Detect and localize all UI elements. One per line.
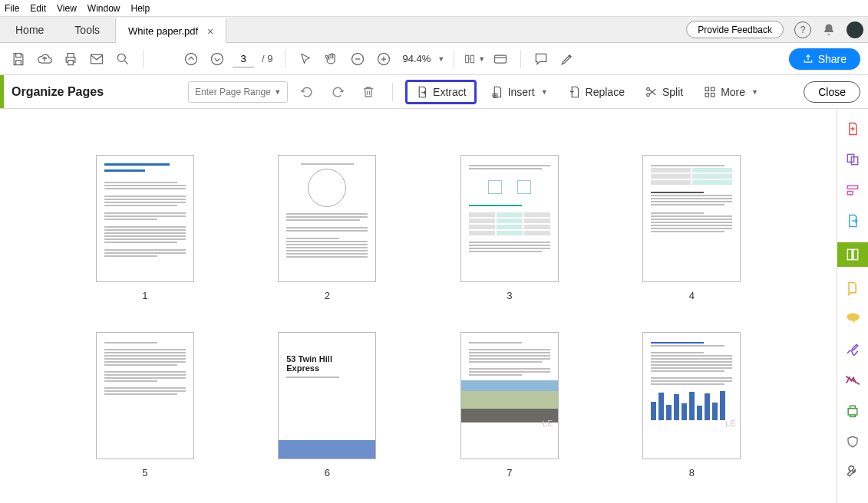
split-button[interactable]: Split [639, 82, 689, 102]
save-icon[interactable] [8, 48, 29, 70]
chevron-down-icon: ▼ [274, 88, 281, 96]
svg-rect-18 [847, 249, 852, 259]
tab-tools[interactable]: Tools [59, 17, 115, 42]
fill-sign-icon[interactable] [843, 340, 862, 359]
print-icon[interactable] [60, 48, 81, 70]
svg-rect-20 [848, 409, 857, 415]
menu-edit[interactable]: Edit [30, 3, 46, 14]
print-production-icon[interactable] [843, 402, 862, 420]
insert-button[interactable]: Insert▼ [484, 82, 554, 102]
svg-point-3 [212, 53, 223, 64]
svg-point-1 [117, 54, 125, 61]
right-tools-panel [837, 109, 868, 503]
rotate-right-icon[interactable] [326, 81, 349, 104]
chat-bubble-icon[interactable] [843, 310, 862, 328]
menu-help[interactable]: Help [131, 3, 150, 14]
page-thumbnails-area[interactable]: 1 2 3 4 5 53 Twin H [0, 109, 837, 503]
page-number-7: 7 [507, 467, 512, 478]
extract-button[interactable]: Extract [405, 80, 477, 104]
page-number-1: 1 [142, 290, 147, 301]
page6-title-line1: 53 Twin Hill [286, 354, 368, 363]
combine-files-icon[interactable] [843, 150, 862, 169]
fit-width-icon[interactable]: ▼ [464, 48, 485, 70]
page-number-input[interactable] [233, 51, 254, 67]
svg-rect-19 [853, 249, 858, 259]
replace-label: Replace [586, 86, 625, 98]
email-icon[interactable] [86, 48, 107, 70]
help-icon[interactable]: ? [794, 21, 811, 38]
page6-title-line2: Express [286, 363, 368, 373]
more-button[interactable]: More▼ [697, 82, 764, 102]
svg-rect-17 [847, 192, 853, 195]
menu-file[interactable]: File [5, 3, 19, 14]
page-range-placeholder: Enter Page Range [195, 87, 271, 97]
share-button[interactable]: Share [789, 48, 860, 70]
page-number-8: 8 [689, 467, 695, 478]
organize-pages-icon[interactable] [837, 242, 868, 267]
cloud-upload-icon[interactable] [34, 48, 55, 70]
page-number-3: 3 [507, 290, 512, 301]
zoom-level-label[interactable]: 94.4% [402, 53, 431, 64]
create-pdf-icon[interactable] [843, 120, 862, 138]
page-thumbnail-8[interactable]: LE 8 [632, 332, 753, 478]
page-thumbnail-7[interactable]: LE 7 [449, 332, 570, 478]
more-label: More [721, 86, 745, 98]
svg-rect-13 [711, 93, 715, 97]
read-mode-icon[interactable] [490, 48, 511, 70]
highlight-icon[interactable] [556, 48, 578, 70]
menu-window[interactable]: Window [87, 3, 120, 14]
delete-icon[interactable] [357, 81, 380, 104]
rotate-left-icon[interactable] [295, 81, 318, 104]
svg-rect-14 [847, 154, 853, 162]
page-thumbnail-2[interactable]: 2 [267, 155, 388, 301]
close-button[interactable]: Close [804, 81, 860, 103]
main-toolbar: / 9 94.4%▼ ▼ Share [0, 43, 868, 75]
zoom-dropdown-icon[interactable]: ▼ [437, 55, 444, 63]
svg-rect-16 [847, 186, 857, 189]
export-pdf-icon[interactable] [843, 212, 862, 230]
page-number-4: 4 [689, 290, 695, 301]
share-label: Share [818, 53, 847, 65]
selection-tool-icon[interactable] [295, 48, 316, 70]
protect-icon[interactable] [843, 432, 862, 451]
page-number-6: 6 [325, 467, 330, 478]
comment-tool-icon[interactable] [843, 279, 862, 298]
search-icon[interactable] [112, 48, 134, 70]
page-up-icon[interactable] [180, 48, 202, 70]
close-tab-icon[interactable]: × [207, 25, 213, 38]
account-avatar[interactable] [847, 21, 863, 38]
insert-label: Insert [508, 86, 535, 98]
replace-button[interactable]: Replace [562, 82, 631, 102]
page-thumbnail-3[interactable]: 3 [449, 155, 570, 301]
menu-view[interactable]: View [57, 3, 77, 14]
more-tools-icon[interactable] [843, 463, 862, 482]
svg-rect-15 [851, 157, 857, 165]
svg-rect-6 [495, 55, 507, 63]
page-thumbnail-1[interactable]: 1 [84, 155, 206, 301]
page-range-input[interactable]: Enter Page Range ▼ [188, 81, 288, 103]
page-number-2: 2 [325, 290, 330, 301]
notifications-icon[interactable] [820, 21, 837, 38]
organize-title: Organize Pages [12, 85, 104, 99]
svg-rect-10 [705, 87, 709, 91]
page-thumbnail-4[interactable]: 4 [632, 155, 753, 301]
comment-icon[interactable] [530, 48, 552, 70]
redact-icon[interactable] [843, 371, 862, 390]
page-thumbnail-5[interactable]: 5 [84, 332, 206, 478]
hand-tool-icon[interactable] [321, 48, 342, 70]
provide-feedback-button[interactable]: Provide Feedback [686, 21, 784, 38]
tab-bar: Home Tools White paper.pdf × Provide Fee… [0, 17, 868, 43]
edit-pdf-icon[interactable] [843, 181, 862, 199]
page-down-icon[interactable] [206, 48, 228, 70]
menu-bar: File Edit View Window Help [0, 0, 868, 17]
tab-document[interactable]: White paper.pdf × [115, 18, 226, 43]
page-total-label: / 9 [259, 53, 276, 64]
split-label: Split [662, 86, 683, 98]
zoom-out-icon[interactable] [347, 48, 368, 70]
zoom-in-icon[interactable] [373, 48, 394, 70]
organize-toolbar: Organize Pages Enter Page Range ▼ Extrac… [0, 75, 868, 109]
svg-rect-12 [705, 93, 709, 97]
page-thumbnail-6[interactable]: 53 Twin HillExpress 6 [267, 332, 388, 478]
extract-label: Extract [433, 86, 467, 98]
tab-home[interactable]: Home [0, 17, 59, 42]
